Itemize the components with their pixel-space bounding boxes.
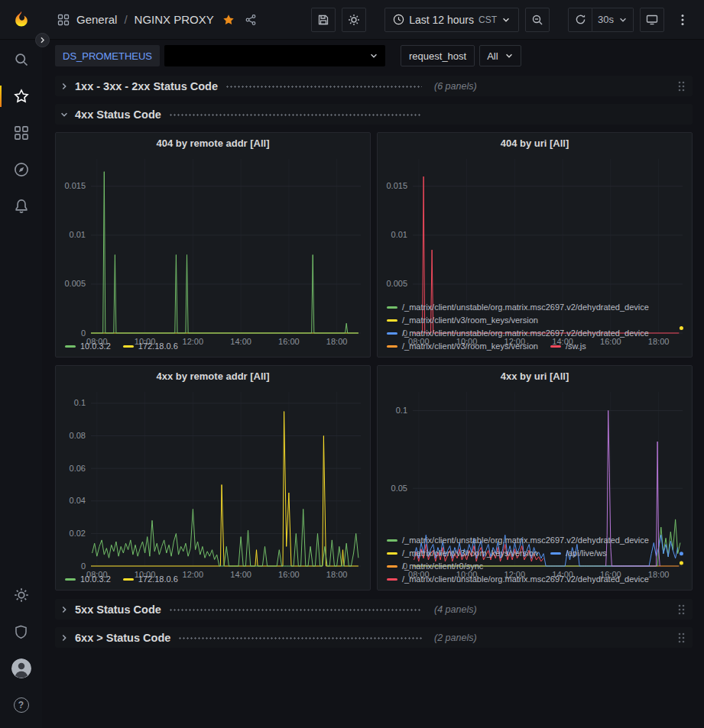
dashboard-row-1xx-3xx-2xx[interactable]: 1xx - 3xx - 2xx Status Code (6 panels) <box>55 76 693 96</box>
dashboard-row-4xx[interactable]: 4xx Status Code <box>55 104 693 125</box>
chevron-down-icon <box>369 51 378 60</box>
gear-icon <box>348 14 360 26</box>
refresh-button[interactable] <box>568 8 592 32</box>
time-series-chart[interactable]: 08:0010:0012:0014:0016:0018:0000.050.1 <box>378 386 692 533</box>
svg-text:0.015: 0.015 <box>386 181 407 190</box>
refresh-interval-select[interactable]: 30s <box>592 8 634 32</box>
panel-404-by-remote-addr: 404 by remote addr [All] 08:0010:0012:00… <box>55 132 371 358</box>
sidebar-item-starred[interactable] <box>0 81 42 112</box>
legend-swatch <box>387 332 397 335</box>
chevron-down-icon <box>504 51 514 60</box>
row-title: 6xx > Status Code <box>75 632 170 644</box>
save-dashboard-button[interactable] <box>311 8 336 32</box>
panel-title[interactable]: 404 by remote addr [All] <box>56 133 370 153</box>
legend-item[interactable]: 172.18.0.6 <box>123 341 178 351</box>
legend-label: /_matrix/client/unstable/org.matrix.msc2… <box>402 574 649 584</box>
time-series-chart[interactable]: 08:0010:0012:0014:0016:0018:0000.0050.01… <box>378 153 692 300</box>
legend-item[interactable]: /_matrix/client/unstable/org.matrix.msc2… <box>387 328 649 338</box>
sidebar-item-alerting[interactable] <box>0 191 42 222</box>
legend-swatch <box>123 345 134 348</box>
legend-swatch <box>387 578 397 581</box>
dashboard-row-6xx[interactable]: 6xx > Status Code (2 panels) <box>55 627 693 648</box>
legend-item[interactable]: /_matrix/client/unstable/org.matrix.msc2… <box>387 303 649 312</box>
grafana-flame-icon <box>11 10 31 30</box>
svg-text:0.005: 0.005 <box>64 279 86 288</box>
drag-handle-icon[interactable] <box>677 632 685 644</box>
sidebar-item-search[interactable] <box>0 44 42 75</box>
request-host-variable-select[interactable]: All <box>479 45 521 66</box>
row-dotted-leader <box>225 86 422 88</box>
breadcrumb-dashboard-title[interactable]: NGINX PROXY <box>135 13 214 26</box>
dashboard-settings-button[interactable] <box>342 8 366 32</box>
question-icon: ? <box>14 697 29 713</box>
legend-item[interactable]: /_matrix/client/unstable/org.matrix.msc2… <box>387 535 649 545</box>
refresh-interval-value: 30s <box>598 14 614 25</box>
sidebar-bottom: ? <box>0 580 42 726</box>
legend-item[interactable]: /_matrix/client/unstable/org.matrix.msc2… <box>387 574 649 584</box>
legend-swatch <box>387 552 397 555</box>
sidebar-expand-button[interactable] <box>35 33 50 47</box>
legend-item[interactable]: /_matrix/client/v3/room_keys/version <box>387 315 538 325</box>
row-title: 1xx - 3xx - 2xx Status Code <box>75 80 218 92</box>
share-icon[interactable] <box>245 14 257 26</box>
favorite-star-icon[interactable] <box>222 14 235 26</box>
svg-text:0.05: 0.05 <box>391 484 407 493</box>
breadcrumb: General / NGINX PROXY <box>57 13 257 26</box>
dashboard-row-5xx[interactable]: 5xx Status Code (4 panels) <box>55 599 693 620</box>
time-series-chart[interactable]: 08:0010:0012:0014:0016:0018:0000.0050.01… <box>56 153 370 339</box>
legend-item[interactable]: /_matrix/client/r0/sync <box>387 561 483 571</box>
legend-item[interactable]: /api/live/ws <box>550 548 607 558</box>
refresh-icon <box>575 14 586 25</box>
datasource-variable-select[interactable] <box>164 45 385 66</box>
sidebar-item-configuration[interactable] <box>0 580 42 610</box>
sidebar-item-server-admin[interactable] <box>0 616 42 647</box>
row-title: 5xx Status Code <box>75 603 161 616</box>
svg-text:0: 0 <box>81 328 86 338</box>
bell-icon <box>14 199 29 214</box>
refresh-group: 30s <box>568 8 634 32</box>
legend: 10.0.3.2172.18.0.6 <box>56 572 370 590</box>
legend-item[interactable]: /sw.js <box>550 341 586 351</box>
drag-handle-icon[interactable] <box>677 80 685 92</box>
panel-title[interactable]: 4xx by remote addr [All] <box>56 366 370 386</box>
variables-row: DS_PROMETHEUS request_host All <box>55 44 693 67</box>
tv-mode-button[interactable] <box>640 8 664 32</box>
kebab-menu-button[interactable] <box>670 8 695 32</box>
legend: /_matrix/client/unstable/org.matrix.msc2… <box>378 300 692 357</box>
search-icon <box>14 52 29 67</box>
legend-item[interactable]: 10.0.3.2 <box>65 341 111 351</box>
legend-label: /_matrix/client/unstable/org.matrix.msc2… <box>402 535 649 545</box>
legend-item[interactable]: 172.18.0.6 <box>123 574 178 584</box>
time-range-picker[interactable]: Last 12 hours CST <box>384 8 519 32</box>
row-dotted-leader <box>169 114 422 116</box>
grafana-logo[interactable] <box>0 10 42 30</box>
compass-icon <box>14 162 29 177</box>
drag-handle-icon[interactable] <box>677 603 685 616</box>
sidebar-item-explore[interactable] <box>0 154 42 185</box>
avatar <box>11 658 31 678</box>
legend-item[interactable]: /_matrix/client/v3/room_keys/version <box>387 341 538 351</box>
legend-swatch <box>123 578 134 581</box>
legend-item[interactable]: /_matrix/client/v3/room_keys/version <box>387 548 538 558</box>
time-series-chart[interactable]: 08:0010:0012:0014:0016:0018:0000.020.040… <box>56 386 370 572</box>
legend: 10.0.3.2172.18.0.6 <box>56 339 370 357</box>
breadcrumb-section[interactable]: General <box>76 13 117 26</box>
chevron-right-icon <box>60 633 69 642</box>
panel-4xx-by-remote-addr: 4xx by remote addr [All] 08:0010:0012:00… <box>55 365 371 590</box>
sidebar: ? <box>0 40 42 728</box>
chevron-down-icon <box>501 15 511 24</box>
panel-4xx-by-uri: 4xx by uri [All] 08:0010:0012:0014:0016:… <box>377 365 693 590</box>
sidebar-item-help[interactable]: ? <box>0 690 42 720</box>
panels-grid: 404 by remote addr [All] 08:0010:0012:00… <box>55 132 693 590</box>
sidebar-item-dashboards[interactable] <box>0 118 42 148</box>
dashboard-content: DS_PROMETHEUS request_host All 1xx - 3xx… <box>42 40 704 728</box>
zoom-out-button[interactable] <box>525 8 550 32</box>
row-dotted-leader <box>169 609 422 611</box>
panel-title[interactable]: 4xx by uri [All] <box>378 366 692 386</box>
panel-title[interactable]: 404 by uri [All] <box>378 133 692 153</box>
legend-label: /_matrix/client/v3/room_keys/version <box>402 341 538 351</box>
sidebar-item-profile[interactable] <box>0 653 42 684</box>
legend-item[interactable]: 10.0.3.2 <box>65 574 111 584</box>
legend-label: /_matrix/client/unstable/org.matrix.msc2… <box>402 328 649 338</box>
legend-label: 172.18.0.6 <box>138 574 178 584</box>
